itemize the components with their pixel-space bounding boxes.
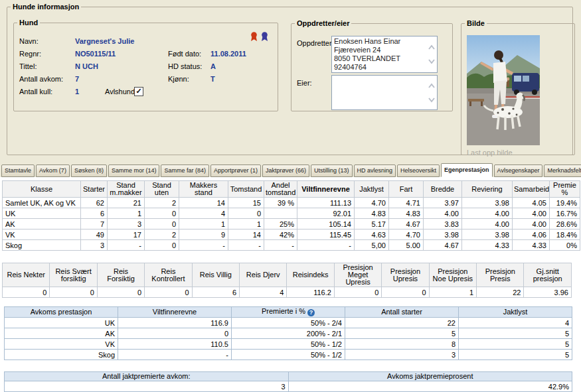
blue-rosette-icon	[261, 32, 268, 42]
avkoms-prestasjon-table: Avkoms prestasjonViltfinnerevnePremierte…	[4, 306, 572, 360]
table-row: AK0200% - 2/155	[5, 328, 572, 339]
table-cell: 3.96	[524, 287, 572, 298]
hd-status-value: A	[210, 62, 216, 70]
table-cell: 8	[345, 339, 459, 350]
tab-egenprestasjon[interactable]: Egenprestasjon	[441, 163, 493, 177]
table-cell: 4.70	[355, 198, 389, 208]
tab-hd-avlesning[interactable]: HD avlesning	[354, 164, 396, 177]
table-cell: 22	[345, 318, 459, 328]
table-cell: 116.9	[118, 318, 232, 328]
table-cell: VK	[5, 339, 118, 350]
table-cell: 39 %	[264, 198, 297, 208]
table-cell: 2	[145, 198, 179, 208]
tab-avlsegenskaper[interactable]: Avlsegenskaper	[494, 164, 543, 177]
table-cell: 5.17	[355, 219, 389, 229]
fodt-dato-value: 11.08.2011	[210, 50, 246, 58]
help-icon[interactable]: ?	[307, 309, 315, 316]
table-cell: 0	[145, 287, 192, 298]
column-header: Fart	[389, 181, 424, 198]
table-cell: 4.70	[389, 229, 424, 240]
table-cell: 5	[459, 328, 572, 339]
bilde-groupbox: Bilde	[461, 19, 575, 155]
content-area: KlasseStarterStand m.makkerStand utenMak…	[0, 177, 581, 392]
table-cell: 0	[228, 208, 264, 219]
table-cell: 0	[145, 219, 179, 229]
tab-samme-mor-14[interactable]: Samme mor (14)	[108, 164, 160, 177]
table-cell: 5	[345, 328, 459, 339]
table-cell: 0	[50, 287, 97, 298]
column-header: Reis Svært forsiktig	[50, 263, 97, 287]
oppdretter-eier-title: Oppdretter/eier	[295, 19, 351, 27]
tab-samme-far-84[interactable]: Samme far (84)	[161, 164, 209, 177]
column-header: Jaktlyst	[355, 181, 389, 198]
eier-textarea[interactable]	[331, 75, 438, 110]
table-cell: 0	[97, 287, 144, 298]
regnr-value: NO50115/11	[75, 50, 116, 58]
bilde-title: Bilde	[465, 19, 487, 27]
avlshund-label: Avlshund:	[105, 88, 137, 96]
column-header: Presisjon Presis	[477, 263, 524, 287]
table-cell: 14	[228, 229, 264, 240]
table-cell: VK	[3, 229, 81, 240]
column-header: Andel tomstand	[264, 181, 297, 198]
tab-utstilling-13[interactable]: Utstilling (13)	[311, 164, 353, 177]
table-cell: 3.98	[424, 229, 462, 240]
tab-stamtavle[interactable]: Stamtavle	[1, 164, 35, 177]
table-cell: 25%	[264, 219, 297, 229]
tab-søsken-8[interactable]: Søsken (8)	[71, 164, 107, 177]
eier-label: Eier:	[297, 79, 312, 87]
table-cell: 0	[3, 287, 50, 298]
table-cell: 1	[228, 219, 264, 229]
table-cell: 105.14	[297, 219, 355, 229]
table-cell: 111.13	[297, 198, 355, 208]
oppdretter-label: Oppdretter:	[297, 39, 334, 47]
table-cell: 1	[108, 208, 145, 219]
table-cell: 4.00	[462, 219, 513, 229]
column-header: Reis Kontrollert	[145, 263, 192, 287]
table-cell: 3	[5, 381, 289, 392]
table-cell: 4	[179, 208, 228, 219]
tab-avkom-7[interactable]: Avkom (7)	[36, 164, 70, 177]
hund-groupbox: Hund Navn: Vargneset's Julie Regnr: NO50…	[13, 19, 278, 111]
table-cell: 3	[345, 350, 459, 360]
tab-merknadsfelt-fri-tekst[interactable]: Merknadsfelt / Fri tekst	[544, 164, 581, 177]
reis-presisjon-table: Reis NekterReis Svært forsiktigReis Fors…	[2, 263, 572, 298]
column-header: Reisindeks	[287, 263, 334, 287]
table-cell: 5	[459, 350, 572, 360]
table-row: Skog3-0----5,005.004.674.334.330%	[3, 240, 580, 251]
tab-apportprøver-1[interactable]: Apportprøver (1)	[210, 164, 261, 177]
fodt-dato-label: Født dato:	[168, 50, 201, 58]
column-header: Gj.snitt presisjon	[524, 263, 572, 287]
column-header: Avkoms jaktpremieprosent	[288, 372, 572, 381]
tab-strip: StamtavleAvkom (7)Søsken (8)Samme mor (1…	[0, 163, 581, 177]
table-cell: Skog	[3, 240, 81, 251]
table-cell: 50% - 1/2	[232, 339, 345, 350]
oppdretter-textarea[interactable]: Enoksen Hans Einar Fjæreveien 24 8050 TV…	[331, 36, 438, 73]
table-cell: 5	[459, 339, 572, 350]
header-row: Antall jaktpremierte avkom:Avkoms jaktpr…	[5, 372, 572, 381]
hd-status-label: HD status:	[168, 62, 202, 70]
table-cell: 4.06	[513, 229, 550, 240]
table-cell: 4.63	[355, 229, 389, 240]
column-header: Presisjon Upresis	[382, 263, 429, 287]
table-row: Skog-50% - 1/235	[5, 350, 572, 360]
avlshund-checkbox[interactable]: ✓	[134, 87, 143, 96]
column-header: Viltfinnerevne	[297, 181, 355, 198]
column-header: Presisjon Noe Upresis	[429, 263, 476, 287]
klasse-table: KlasseStarterStand m.makkerStand utenMak…	[2, 180, 580, 251]
table-cell: 42.9%	[288, 381, 572, 392]
table-cell: 62	[81, 198, 108, 208]
column-header: Reis Villig	[192, 263, 239, 287]
tab-helseoversikt[interactable]: Helseoversikt	[397, 164, 440, 177]
top-panel: Hunde informasjon Hund Navn: Vargneset's…	[0, 0, 581, 163]
table-row: 000064116.2001223.96	[3, 287, 572, 298]
last-opp-bilde-link[interactable]: Last opp bilde	[467, 149, 513, 157]
table-cell: 4.00	[424, 208, 462, 219]
header-row: Avkoms prestasjonViltfinnerevnePremierte…	[5, 307, 572, 318]
tab-jaktprøver-66[interactable]: Jaktprøver (66)	[262, 164, 309, 177]
table-cell: 9	[179, 229, 228, 240]
table-cell: 50% - 2/4	[232, 318, 345, 328]
table-cell: Samlet UK, AK og VK	[3, 198, 81, 208]
column-header: Viltfinnerevne	[118, 307, 232, 318]
column-header: Stand m.makker	[108, 181, 145, 198]
